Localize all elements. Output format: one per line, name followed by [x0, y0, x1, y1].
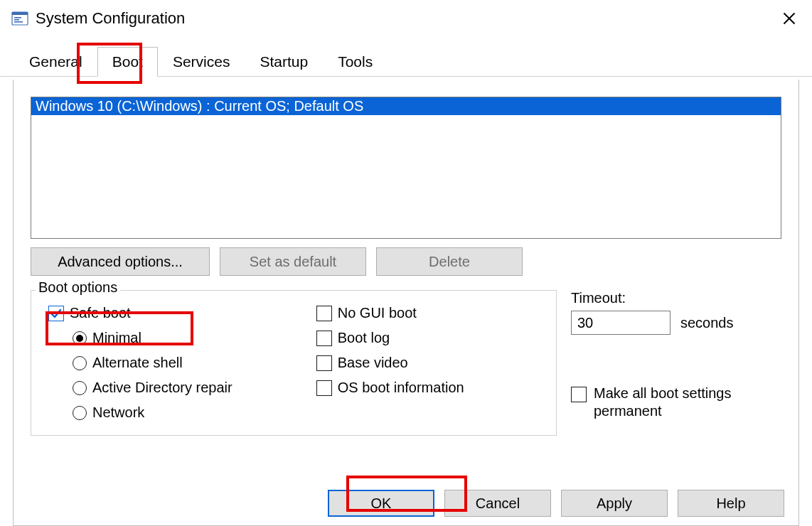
safe-mode-minimal-label: Minimal [92, 330, 141, 346]
ok-button[interactable]: OK [328, 490, 434, 517]
checkbox-icon [316, 355, 332, 371]
tab-boot[interactable]: Boot [97, 47, 158, 77]
tab-startup[interactable]: Startup [245, 47, 323, 76]
base-video-label: Base video [338, 355, 408, 371]
safe-mode-altshell-radio[interactable]: Alternate shell [73, 355, 316, 371]
radio-icon [73, 406, 87, 420]
safe-mode-network-radio[interactable]: Network [73, 404, 316, 421]
os-boot-info-checkbox[interactable]: OS boot information [316, 380, 542, 396]
safe-mode-network-label: Network [92, 404, 144, 421]
radio-icon [73, 331, 87, 345]
titlebar: System Configuration [0, 0, 812, 37]
safe-boot-checkbox[interactable]: Safe boot [48, 305, 316, 321]
checkbox-icon [571, 387, 587, 402]
boot-log-label: Boot log [338, 330, 390, 346]
base-video-checkbox[interactable]: Base video [316, 355, 542, 371]
tab-bar: General Boot Services Startup Tools [0, 43, 812, 77]
safe-boot-label: Safe boot [70, 305, 131, 321]
delete-button: Delete [376, 247, 523, 276]
cancel-button[interactable]: Cancel [444, 490, 551, 517]
tab-services[interactable]: Services [158, 47, 245, 76]
timeout-unit: seconds [680, 315, 734, 331]
set-as-default-button: Set as default [220, 247, 366, 276]
close-icon [782, 11, 796, 26]
os-list[interactable]: Windows 10 (C:\Windows) : Current OS; De… [31, 97, 781, 239]
svg-rect-1 [12, 12, 28, 15]
app-icon [11, 10, 28, 27]
dialog-footer: OK Cancel Apply Help [328, 490, 784, 517]
radio-icon [73, 356, 87, 370]
boot-options-legend: Boot options [36, 279, 120, 296]
checkbox-icon [316, 331, 332, 346]
os-buttons-row: Advanced options... Set as default Delet… [31, 247, 781, 276]
checkbox-icon [316, 306, 332, 321]
timeout-input[interactable] [571, 311, 671, 335]
make-permanent-checkbox[interactable]: Make all boot settings permanent [571, 385, 781, 420]
checkbox-icon [48, 306, 64, 321]
make-permanent-label: Make all boot settings permanent [594, 385, 781, 420]
os-list-item[interactable]: Windows 10 (C:\Windows) : Current OS; De… [31, 97, 781, 115]
svg-rect-4 [14, 21, 23, 23]
no-gui-boot-checkbox[interactable]: No GUI boot [316, 305, 542, 321]
lower-panel: Boot options Safe boot Minimal [31, 290, 781, 436]
boot-options-group: Boot options Safe boot Minimal [31, 290, 557, 436]
svg-rect-3 [14, 19, 19, 21]
svg-rect-2 [14, 17, 21, 18]
advanced-options-button[interactable]: Advanced options... [31, 247, 210, 276]
timeout-panel: Timeout: seconds Make all boot settings … [571, 290, 781, 436]
window-title: System Configuration [36, 9, 185, 28]
radio-icon [73, 381, 87, 395]
tab-tools[interactable]: Tools [323, 47, 388, 76]
boot-log-checkbox[interactable]: Boot log [316, 330, 542, 346]
close-button[interactable] [772, 6, 806, 31]
boot-tab-content: Windows 10 (C:\Windows) : Current OS; De… [13, 80, 799, 526]
apply-button[interactable]: Apply [561, 490, 668, 517]
tab-general[interactable]: General [14, 47, 97, 76]
safe-mode-adrepair-label: Active Directory repair [92, 380, 233, 396]
safe-mode-altshell-label: Alternate shell [92, 355, 183, 371]
os-boot-info-label: OS boot information [338, 380, 464, 396]
no-gui-boot-label: No GUI boot [338, 305, 417, 321]
safe-mode-adrepair-radio[interactable]: Active Directory repair [73, 380, 316, 396]
safe-mode-minimal-radio[interactable]: Minimal [73, 330, 316, 346]
help-button[interactable]: Help [678, 490, 784, 517]
checkbox-icon [316, 380, 332, 396]
system-configuration-window: System Configuration General Boot Servic… [0, 0, 812, 526]
timeout-label: Timeout: [571, 290, 781, 306]
